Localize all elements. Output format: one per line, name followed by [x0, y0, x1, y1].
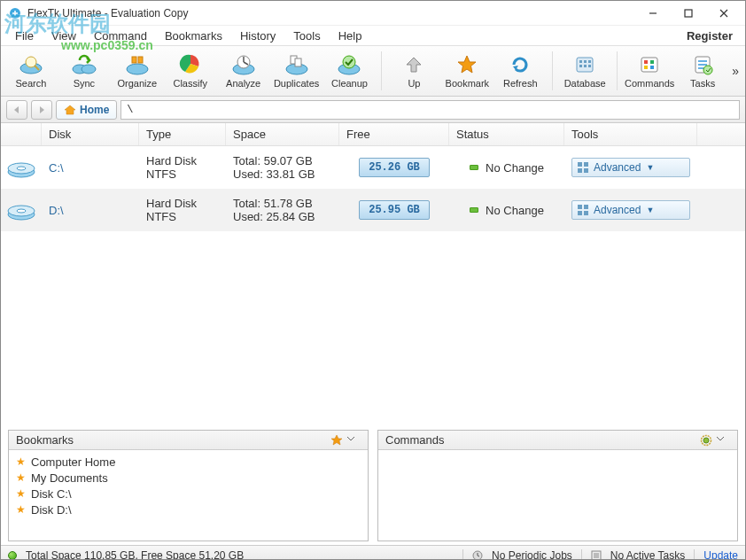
analyze-icon: [231, 53, 256, 76]
bookmark-item[interactable]: ★Disk C:\: [16, 486, 361, 502]
star-icon: ★: [16, 455, 26, 468]
menu-help[interactable]: Help: [330, 27, 371, 44]
bookmark-item[interactable]: ★My Documents: [16, 470, 361, 486]
disk-used: Used: 33.81 GB: [233, 167, 332, 181]
commands-panel: Commands: [377, 430, 738, 541]
disk-list: Disk Type Space Free Status Tools C:\ Ha…: [1, 123, 745, 426]
star-icon: ★: [16, 487, 26, 500]
search-label: Search: [16, 78, 47, 89]
header-tools[interactable]: Tools: [564, 123, 697, 145]
refresh-icon: [508, 53, 532, 76]
tasks-button[interactable]: Tasks: [678, 47, 727, 95]
svg-rect-42: [584, 205, 588, 209]
menu-tools[interactable]: Tools: [284, 27, 329, 44]
star-icon: ★: [16, 471, 26, 484]
star-icon[interactable]: [330, 434, 345, 447]
svg-point-6: [127, 64, 148, 74]
cleanup-button[interactable]: Cleanup: [325, 47, 375, 95]
menu-register[interactable]: Register: [678, 27, 740, 44]
nav-forward-button[interactable]: [31, 100, 52, 120]
chevron-down-icon[interactable]: [716, 434, 730, 447]
sync-button[interactable]: Sync: [59, 47, 109, 95]
grid-icon: [578, 205, 588, 215]
sync-label: Sync: [74, 78, 95, 89]
database-label: Database: [564, 78, 606, 89]
bookmark-item[interactable]: ★Disk D:\: [16, 502, 361, 517]
advanced-dropdown[interactable]: Advanced ▼: [571, 200, 690, 220]
organize-button[interactable]: Organize: [113, 47, 162, 95]
toolbar-overflow[interactable]: »: [729, 64, 742, 78]
bookmark-button[interactable]: Bookmark: [442, 47, 492, 95]
svg-rect-21: [579, 65, 582, 67]
disk-name-link[interactable]: D:\: [49, 204, 132, 217]
svg-rect-24: [641, 58, 657, 72]
organize-label: Organize: [117, 78, 157, 89]
classify-label: Classify: [173, 78, 207, 89]
update-link[interactable]: Update: [703, 549, 738, 561]
svg-rect-14: [295, 58, 301, 66]
svg-rect-28: [650, 66, 654, 69]
header-type[interactable]: Type: [139, 123, 226, 145]
menu-view[interactable]: View: [43, 27, 85, 44]
chevron-down-icon[interactable]: [346, 434, 361, 447]
duplicates-button[interactable]: Duplicates: [272, 47, 322, 95]
up-button[interactable]: Up: [389, 47, 439, 95]
refresh-button[interactable]: Refresh: [495, 47, 545, 95]
header-free[interactable]: Free: [339, 123, 449, 145]
close-button[interactable]: [706, 1, 742, 26]
menu-bar: File View Command Bookmarks History Tool…: [1, 26, 745, 45]
disk-status: No Change: [486, 161, 544, 175]
chevron-down-icon: ▼: [646, 163, 654, 172]
grid-icon: [578, 162, 588, 173]
svg-rect-19: [584, 60, 587, 63]
svg-rect-25: [644, 60, 648, 64]
tasks-icon: [690, 53, 715, 76]
advanced-label: Advanced: [594, 161, 641, 174]
menu-history[interactable]: History: [231, 27, 284, 44]
database-icon: [572, 53, 597, 76]
drive-icon: [6, 156, 36, 179]
menu-command[interactable]: Command: [85, 27, 156, 44]
commands-body: [378, 450, 737, 541]
svg-rect-20: [588, 60, 591, 63]
nav-back-button[interactable]: [6, 100, 27, 120]
cleanup-icon: [337, 53, 361, 76]
svg-rect-8: [138, 57, 143, 63]
header-space[interactable]: Space: [226, 123, 339, 145]
advanced-label: Advanced: [594, 204, 641, 216]
gear-icon[interactable]: [700, 434, 714, 447]
advanced-dropdown[interactable]: Advanced ▼: [571, 158, 690, 177]
header-status[interactable]: Status: [449, 123, 564, 145]
disk-row[interactable]: D:\ Hard DiskNTFS Total: 51.78 GBUsed: 2…: [1, 189, 745, 231]
duplicates-label: Duplicates: [274, 78, 319, 89]
disk-fs: NTFS: [146, 167, 219, 181]
clock-icon: [472, 550, 483, 561]
disk-fs: NTFS: [146, 210, 219, 223]
commands-button[interactable]: Commands: [625, 47, 674, 95]
minimize-button[interactable]: [635, 1, 671, 26]
disk-name-link[interactable]: C:\: [49, 161, 132, 175]
disk-free-badge: 25.26 GB: [359, 158, 430, 177]
header-disk[interactable]: Disk: [42, 123, 139, 145]
svg-point-16: [343, 56, 355, 68]
path-input[interactable]: [120, 100, 740, 120]
menu-file[interactable]: File: [6, 27, 43, 44]
classify-button[interactable]: Classify: [166, 47, 215, 95]
bookmark-item[interactable]: ★Computer Home: [16, 454, 361, 470]
analyze-label: Analyze: [226, 78, 260, 89]
search-button[interactable]: Search: [6, 47, 56, 95]
commands-label: Commands: [625, 78, 674, 89]
disk-row[interactable]: C:\ Hard DiskNTFS Total: 59.07 GBUsed: 3…: [1, 146, 745, 189]
title-bar: FlexTk Ultimate - Evaluation Copy: [1, 1, 745, 26]
database-button[interactable]: Database: [560, 47, 610, 95]
bookmark-label: Computer Home: [31, 455, 115, 469]
menu-bookmarks[interactable]: Bookmarks: [156, 27, 231, 44]
svg-point-40: [17, 209, 26, 213]
bottom-panels: Bookmarks ★Computer Home ★My Documents ★…: [1, 426, 745, 545]
status-indicator-icon: [470, 207, 478, 213]
analyze-button[interactable]: Analyze: [219, 47, 268, 95]
toolbar-separator: [381, 51, 382, 90]
maximize-button[interactable]: [671, 1, 706, 26]
nav-home-button[interactable]: Home: [56, 100, 117, 120]
disk-used: Used: 25.84 GB: [233, 210, 332, 223]
